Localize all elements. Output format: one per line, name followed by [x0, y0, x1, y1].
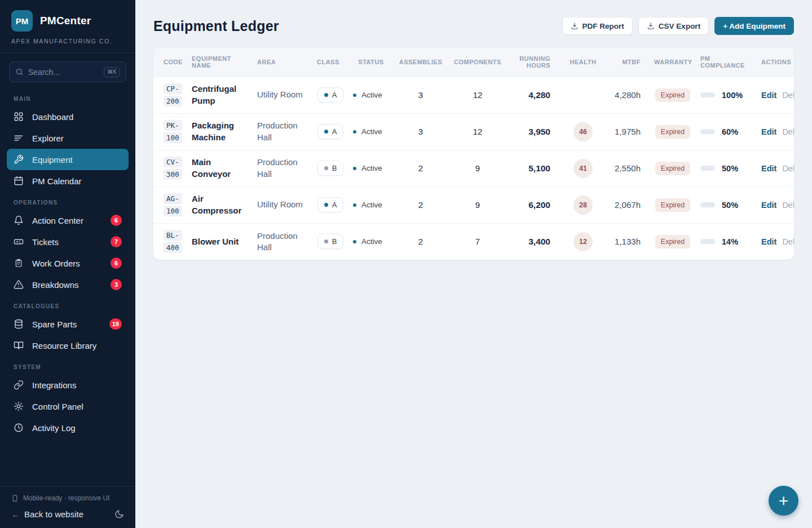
app-name: PMCenter [40, 15, 91, 27]
assemblies-count: 2 [418, 237, 423, 246]
compliance-percent: 50% [722, 201, 738, 210]
compliance-percent: 14% [722, 237, 738, 246]
pm-compliance-cell: 60% [700, 127, 752, 136]
components-count: 12 [473, 127, 483, 136]
sidebar-search[interactable]: ⌘K [9, 61, 126, 82]
sidebar-item-spare-parts[interactable]: Spare Parts19 [7, 313, 129, 335]
sidebar-item-action-center[interactable]: Action Center6 [7, 210, 129, 231]
equipment-name: Blower Unit [192, 236, 248, 247]
edit-link[interactable]: Edit [761, 91, 776, 100]
delete-link[interactable]: Delete [782, 164, 794, 173]
sidebar-item-explorer[interactable]: Explorer [7, 127, 129, 149]
sidebar-item-breakdowns[interactable]: Breakdowns3 [7, 274, 129, 295]
sidebar: PM PMCenter APEX MANUFACTURING CO. ⌘K MA… [0, 0, 135, 528]
nav-section-label: OPERATIONS [7, 192, 129, 210]
add-equipment-button[interactable]: + Add Equipment [714, 17, 794, 35]
column-header: MTBF [603, 48, 650, 77]
health-score-badge: 46 [573, 122, 593, 141]
edit-link[interactable]: Edit [761, 127, 776, 136]
column-header: ASSEMBLIES [394, 48, 448, 77]
edit-link[interactable]: Edit [761, 237, 776, 246]
assemblies-count: 3 [418, 90, 423, 100]
sidebar-item-label: Resource Library [32, 341, 122, 350]
equipment-name: Main Conveyor [192, 157, 248, 180]
compliance-progress-bar [700, 92, 715, 97]
table-row: BL-400Blower UnitProduction HallBActive2… [153, 223, 794, 260]
equipment-code: CP-200 [164, 83, 182, 107]
warranty-status-badge: Expired [655, 88, 690, 102]
mtbf-value: 4,280h [615, 90, 641, 100]
sidebar-item-dashboard[interactable]: Dashboard [7, 106, 129, 127]
sidebar-item-tickets[interactable]: Tickets7 [7, 231, 129, 252]
pm-compliance-cell: 100% [700, 91, 752, 100]
components-count: 9 [475, 163, 480, 173]
edit-link[interactable]: Edit [761, 164, 776, 173]
equipment-area: Production Hall [257, 230, 308, 254]
csv-export-button[interactable]: CSV Export [638, 17, 709, 35]
clipboard-icon [14, 258, 24, 268]
sidebar-item-pm-calendar[interactable]: PM Calendar [7, 170, 129, 192]
equipment-table-card: CODEEQUIPMENT NAMEAREACLASSSTATUSASSEMBL… [153, 48, 794, 260]
compliance-progress-bar [700, 202, 715, 207]
status-dot-icon [353, 203, 356, 207]
pm-compliance-cell: 50% [700, 164, 752, 173]
page-title: Equipment Ledger [153, 18, 279, 34]
fab-add-button[interactable]: + [769, 486, 798, 516]
sidebar-item-activity-log[interactable]: Activity Log [7, 417, 129, 438]
compliance-progress-bar [700, 129, 715, 134]
status-indicator: Active [353, 91, 389, 99]
assemblies-count: 3 [418, 127, 423, 136]
compliance-percent: 100% [722, 91, 743, 100]
sidebar-item-work-orders[interactable]: Work Orders6 [7, 252, 129, 274]
plus-icon: + [779, 492, 789, 509]
pdf-report-button[interactable]: PDF Report [562, 17, 633, 35]
calendar-icon [14, 176, 24, 186]
gear-icon [14, 401, 24, 411]
sidebar-nav: MAINDashboardExplorerEquipmentPM Calenda… [0, 86, 135, 438]
wrench-icon [14, 154, 24, 165]
column-header: ACTIONS [757, 48, 794, 77]
assemblies-count: 2 [418, 200, 423, 210]
delete-link[interactable]: Delete [782, 127, 794, 136]
equipment-table: CODEEQUIPMENT NAMEAREACLASSSTATUSASSEMBL… [153, 48, 794, 260]
status-dot-icon [353, 240, 356, 243]
sidebar-item-label: Equipment [32, 155, 122, 165]
delete-link[interactable]: Delete [782, 237, 794, 246]
warranty-status-badge: Expired [655, 235, 690, 249]
back-to-website-link[interactable]: ← Back to website [11, 509, 83, 519]
delete-link[interactable]: Delete [782, 91, 794, 100]
sidebar-item-integrations[interactable]: Integrations [7, 374, 129, 396]
class-badge: B [317, 234, 344, 249]
components-count: 9 [475, 200, 480, 210]
column-header: RUNNING HOURS [508, 48, 563, 77]
status-indicator: Active [353, 127, 389, 136]
equipment-name: Centrifugal Pump [192, 83, 248, 107]
download-icon [571, 22, 579, 30]
sidebar-item-control-panel[interactable]: Control Panel [7, 396, 129, 417]
nav-section-label: MAIN [7, 88, 129, 106]
status-indicator: Active [353, 237, 389, 246]
edit-link[interactable]: Edit [761, 201, 776, 210]
table-row: CV-300Main ConveyorProduction HallBActiv… [153, 150, 794, 187]
sidebar-item-label: Spare Parts [32, 320, 101, 329]
link-icon [14, 380, 24, 390]
mtbf-value: 1,975h [615, 127, 641, 136]
database-icon [14, 319, 24, 329]
running-hours: 3,950 [528, 127, 550, 136]
warning-triangle-icon [14, 279, 24, 290]
nav-section-label: SYSTEM [7, 356, 129, 374]
arrow-left-icon: ← [11, 509, 20, 519]
main-content: Equipment Ledger PDF Report CSV Export +… [135, 0, 812, 528]
sidebar-item-resource-library[interactable]: Resource Library [7, 335, 129, 356]
search-input[interactable] [28, 68, 99, 77]
equipment-code: PK-100 [164, 120, 182, 143]
delete-link[interactable]: Delete [782, 201, 794, 210]
sidebar-item-label: Control Panel [32, 402, 122, 411]
search-shortcut-badge: ⌘K [104, 67, 120, 77]
mtbf-value: 1,133h [615, 237, 641, 246]
sidebar-item-equipment[interactable]: Equipment [7, 149, 129, 170]
column-header: COMPONENTS [448, 48, 508, 77]
dark-mode-toggle[interactable] [114, 509, 124, 519]
moon-icon [114, 509, 124, 519]
column-header: AREA [253, 48, 312, 77]
